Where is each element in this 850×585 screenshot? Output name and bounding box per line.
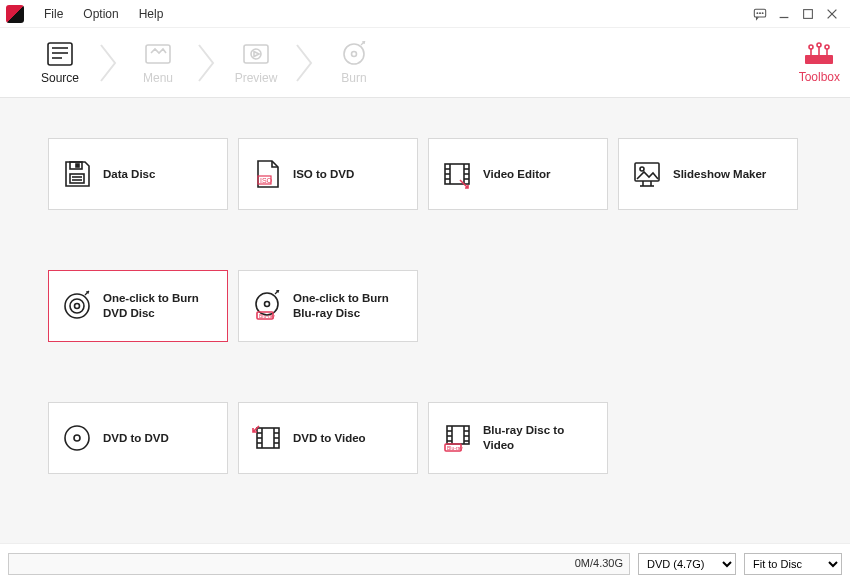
disc-plain-icon: [61, 422, 93, 454]
svg-point-21: [817, 43, 821, 47]
card-label: Data Disc: [103, 167, 155, 182]
svg-point-23: [825, 45, 829, 49]
maximize-button[interactable]: [796, 2, 820, 26]
svg-text:Blu-ray: Blu-ray: [447, 445, 463, 451]
svg-point-15: [344, 44, 364, 64]
svg-point-46: [70, 299, 84, 313]
progress-bar: 0M/4.30G: [8, 553, 630, 575]
card-label: One-click to Burn Blu-ray Disc: [293, 291, 405, 321]
tab-burn[interactable]: Burn: [314, 41, 394, 85]
card-one-click-dvd[interactable]: One-click to Burn DVD Disc: [48, 270, 228, 342]
close-button[interactable]: [820, 2, 844, 26]
card-iso-to-dvd[interactable]: ISO ISO to DVD: [238, 138, 418, 210]
tab-menu-label: Menu: [143, 71, 173, 85]
svg-rect-12: [146, 45, 170, 63]
titlebar: File Option Help: [0, 0, 850, 28]
svg-rect-8: [48, 43, 72, 65]
svg-point-41: [640, 167, 644, 171]
card-dvd-to-video[interactable]: DVD to Video: [238, 402, 418, 474]
tab-source-label: Source: [41, 71, 79, 85]
svg-point-47: [75, 304, 80, 309]
tab-preview[interactable]: Preview: [216, 41, 296, 85]
svg-point-19: [809, 45, 813, 49]
svg-point-1: [757, 12, 758, 13]
chevron-icon: [296, 38, 314, 88]
svg-point-2: [760, 12, 761, 13]
disc-icon: [61, 290, 93, 322]
card-label: Video Editor: [483, 167, 551, 182]
card-slideshow-maker[interactable]: Slideshow Maker: [618, 138, 798, 210]
toolbox-grid: Data Disc ISO ISO to DVD Video Editor Sl…: [48, 138, 802, 474]
toolbox-icon: [802, 42, 836, 66]
menu-option[interactable]: Option: [73, 3, 128, 25]
progress-text: 0M/4.30G: [575, 557, 623, 569]
card-label: One-click to Burn DVD Disc: [103, 291, 215, 321]
card-label: ISO to DVD: [293, 167, 354, 182]
svg-rect-26: [70, 174, 84, 183]
film-arrow-icon: [251, 422, 283, 454]
bluray-film-icon: Blu-ray: [441, 422, 473, 454]
app-logo: [6, 5, 24, 23]
card-label: Slideshow Maker: [673, 167, 766, 182]
menu-help[interactable]: Help: [129, 3, 174, 25]
card-label: DVD to Video: [293, 431, 366, 446]
svg-rect-25: [76, 164, 79, 167]
slideshow-icon: [631, 158, 663, 190]
source-icon: [44, 41, 76, 67]
card-one-click-bluray[interactable]: Blu-ray One-click to Burn Blu-ray Disc: [238, 270, 418, 342]
toolbox-label: Toolbox: [799, 70, 840, 84]
menu-icon: [142, 41, 174, 67]
svg-text:Blu-ray: Blu-ray: [259, 313, 275, 319]
chevron-icon: [198, 38, 216, 88]
svg-rect-5: [804, 9, 813, 18]
card-video-editor[interactable]: Video Editor: [428, 138, 608, 210]
svg-point-16: [352, 51, 357, 56]
toolbox-button[interactable]: Toolbox: [799, 42, 840, 84]
bluray-disc-icon: Blu-ray: [251, 290, 283, 322]
tab-burn-label: Burn: [341, 71, 366, 85]
fit-mode-select[interactable]: Fit to Disc: [744, 553, 842, 575]
svg-rect-13: [244, 45, 268, 63]
svg-point-53: [74, 435, 80, 441]
card-label: DVD to DVD: [103, 431, 169, 446]
disc-type-select[interactable]: DVD (4.7G): [638, 553, 736, 575]
card-data-disc[interactable]: Data Disc: [48, 138, 228, 210]
chevron-icon: [100, 38, 118, 88]
bottom-bar: 0M/4.30G DVD (4.7G) Fit to Disc: [0, 543, 850, 583]
card-label: Blu-ray Disc to Video: [483, 423, 595, 453]
svg-point-3: [762, 12, 763, 13]
svg-rect-17: [805, 55, 833, 64]
svg-point-52: [65, 426, 89, 450]
tab-menu[interactable]: Menu: [118, 41, 198, 85]
svg-point-45: [65, 294, 89, 318]
tab-source[interactable]: Source: [20, 41, 100, 85]
main-area: Data Disc ISO ISO to DVD Video Editor Sl…: [0, 98, 850, 543]
menu-file[interactable]: File: [34, 3, 73, 25]
svg-point-49: [265, 302, 270, 307]
feedback-icon[interactable]: [748, 2, 772, 26]
card-bluray-to-video[interactable]: Blu-ray Blu-ray Disc to Video: [428, 402, 608, 474]
minimize-button[interactable]: [772, 2, 796, 26]
preview-icon: [240, 41, 272, 67]
floppy-icon: [61, 158, 93, 190]
burn-icon: [338, 41, 370, 67]
tab-preview-label: Preview: [235, 71, 278, 85]
step-tabs: Source Menu Preview Burn Toolbox: [0, 28, 850, 98]
iso-file-icon: ISO: [251, 158, 283, 190]
card-dvd-to-dvd[interactable]: DVD to DVD: [48, 402, 228, 474]
video-editor-icon: [441, 158, 473, 190]
